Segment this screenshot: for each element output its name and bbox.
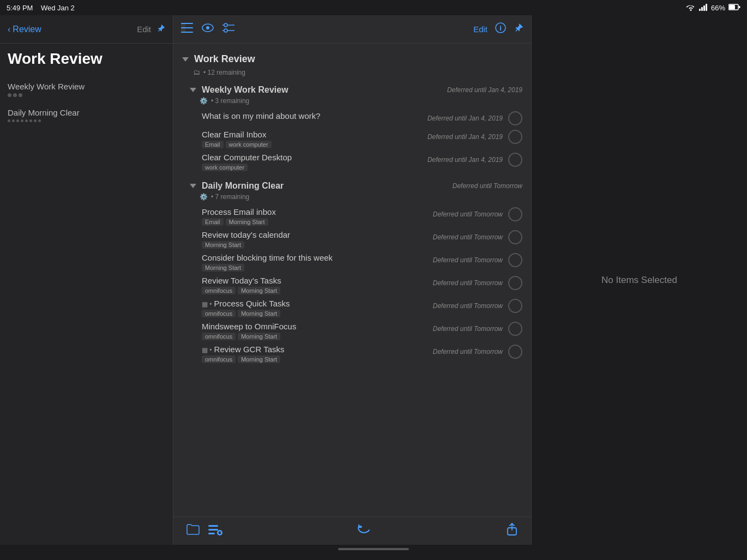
add-folder-icon[interactable] xyxy=(186,523,200,538)
edit-button[interactable]: Edit xyxy=(137,25,151,34)
task-tags: omnifocus Morning Start xyxy=(202,333,433,340)
center-edit-button[interactable]: Edit xyxy=(473,25,487,34)
tag-email[interactable]: Email xyxy=(202,218,224,226)
tag-morning-start[interactable]: Morning Start xyxy=(238,333,280,340)
status-right: 66% xyxy=(686,3,740,13)
task-row: ▦ •Process Quick Tasks omnifocus Morning… xyxy=(173,296,531,318)
task-complete-circle[interactable] xyxy=(508,230,522,244)
svg-rect-21 xyxy=(208,525,218,527)
task-complete-circle[interactable] xyxy=(508,111,522,125)
add-task-icon[interactable] xyxy=(208,523,222,538)
pin-icon[interactable] xyxy=(156,24,165,34)
tag-email[interactable]: Email xyxy=(202,141,224,148)
tag-omnifocus[interactable]: omnifocus xyxy=(202,310,236,317)
sidebar: ‹ Review Edit Work Review Weekly Work Re… xyxy=(0,15,173,545)
home-indicator xyxy=(0,545,747,560)
tag-work-computer[interactable]: work computer xyxy=(226,141,272,148)
wifi-icon xyxy=(686,3,696,13)
daily-collapse-icon[interactable] xyxy=(190,184,196,188)
project-collapse-icon[interactable] xyxy=(182,57,189,62)
bottom-toolbar-left xyxy=(186,523,222,538)
task-deferred: Deferred until Tomorrow xyxy=(433,279,503,287)
project-title: Work Review xyxy=(194,53,255,65)
status-bar: 5:49 PM Wed Jan 2 66% xyxy=(0,0,747,15)
undo-icon[interactable] xyxy=(357,523,371,538)
svg-rect-26 xyxy=(220,531,220,534)
tag-morning-start[interactable]: Morning Start xyxy=(238,287,280,294)
tag-omnifocus[interactable]: omnifocus xyxy=(202,333,236,340)
daily-item-dots xyxy=(8,119,165,122)
tag-work-computer[interactable]: work computer xyxy=(202,164,248,171)
task-info: Review today's calendar Morning Start xyxy=(202,230,433,249)
tag-omnifocus[interactable]: omnifocus xyxy=(202,356,236,363)
task-info: Mindsweep to OmniFocus omnifocus Morning… xyxy=(202,322,433,340)
task-deferred: Deferred until Tomorrow xyxy=(433,210,503,218)
section-weekly-header: Weekly Work Review Deferred until Jan 4,… xyxy=(173,81,531,96)
sidebar-items: Weekly Work Review Daily Morning Clear xyxy=(0,72,173,545)
task-row: Review today's calendar Morning Start De… xyxy=(173,227,531,250)
task-info: Review Today's Tasks omnifocus Morning S… xyxy=(202,276,433,294)
svg-rect-9 xyxy=(181,27,193,28)
task-complete-circle[interactable] xyxy=(508,130,522,144)
sidebar-toggle-icon[interactable] xyxy=(181,23,193,35)
task-name: Process Email inbox xyxy=(202,207,433,216)
task-right: Deferred until Jan 4, 2019 xyxy=(427,111,522,125)
task-complete-circle[interactable] xyxy=(508,276,522,290)
task-right: Deferred until Tomorrow xyxy=(433,230,522,244)
task-tags: omnifocus Morning Start xyxy=(202,356,433,363)
time: 5:49 PM xyxy=(7,4,33,12)
status-time-date: 5:49 PM Wed Jan 2 xyxy=(7,4,75,12)
task-deferred: Deferred until Tomorrow xyxy=(433,348,503,356)
task-name: Consider blocking time for this week xyxy=(202,253,433,262)
folder-icon: 🗂 xyxy=(193,68,200,76)
task-complete-circle[interactable] xyxy=(508,153,522,167)
bottom-toolbar-right xyxy=(506,523,518,539)
task-tags: Morning Start xyxy=(202,241,433,249)
weekly-deferred-header: Deferred until Jan 4, 2019 xyxy=(447,86,522,94)
center-toolbar: Edit i xyxy=(173,15,531,44)
sidebar-title: Work Review xyxy=(0,44,173,72)
task-tags: omnifocus Morning Start xyxy=(202,310,433,317)
sidebar-item-daily[interactable]: Daily Morning Clear xyxy=(0,103,173,128)
share-icon[interactable] xyxy=(506,523,518,539)
back-button[interactable]: ‹ Review xyxy=(8,25,41,34)
tag-morning-start[interactable]: Morning Start xyxy=(226,218,268,226)
daily-item-name: Daily Morning Clear xyxy=(8,108,165,117)
task-info: Consider blocking time for this week Mor… xyxy=(202,253,433,272)
sidebar-item-weekly[interactable]: Weekly Work Review xyxy=(0,76,173,103)
svg-rect-0 xyxy=(699,9,701,11)
task-deferred: Deferred until Jan 4, 2019 xyxy=(427,115,503,122)
tag-morning-start[interactable]: Morning Start xyxy=(238,356,280,363)
task-complete-circle[interactable] xyxy=(508,345,522,359)
info-icon[interactable]: i xyxy=(495,22,506,36)
section-weekly-title: Weekly Work Review xyxy=(190,85,288,95)
filter-icon[interactable] xyxy=(222,22,236,36)
svg-rect-22 xyxy=(208,529,218,531)
task-complete-circle[interactable] xyxy=(508,299,522,313)
task-complete-circle[interactable] xyxy=(508,253,522,267)
task-tags: work computer xyxy=(202,164,427,171)
svg-text:i: i xyxy=(499,24,502,32)
task-complete-circle[interactable] xyxy=(508,322,522,336)
project-remaining: • 12 remaining xyxy=(203,69,245,76)
eye-icon[interactable] xyxy=(202,23,214,35)
tag-morning-start[interactable]: Morning Start xyxy=(238,310,280,317)
section-daily-title: Daily Morning Clear xyxy=(190,181,284,191)
svg-rect-10 xyxy=(181,32,193,33)
content-list: Work Review 🗂 • 12 remaining Weekly Work… xyxy=(173,44,531,516)
center-panel: Edit i Work Review 🗂 • 12 xyxy=(173,15,532,545)
center-pin-icon[interactable] xyxy=(514,23,523,35)
section-daily-header: Daily Morning Clear Deferred until Tomor… xyxy=(173,177,531,192)
task-info: ▦ •Process Quick Tasks omnifocus Morning… xyxy=(202,299,433,317)
task-name: Mindsweep to OmniFocus xyxy=(202,322,433,331)
task-right: Deferred until Tomorrow xyxy=(433,345,522,359)
task-right: Deferred until Tomorrow xyxy=(433,253,522,267)
task-complete-circle[interactable] xyxy=(508,207,522,221)
task-row: Clear Computer Desktop work computer Def… xyxy=(173,149,531,172)
chevron-left-icon: ‹ xyxy=(8,25,10,34)
tag-omnifocus[interactable]: omnifocus xyxy=(202,287,236,294)
tag-morning-start[interactable]: Morning Start xyxy=(202,264,244,272)
weekly-item-name: Weekly Work Review xyxy=(8,82,165,91)
weekly-collapse-icon[interactable] xyxy=(190,88,196,92)
tag-morning-start[interactable]: Morning Start xyxy=(202,241,244,249)
